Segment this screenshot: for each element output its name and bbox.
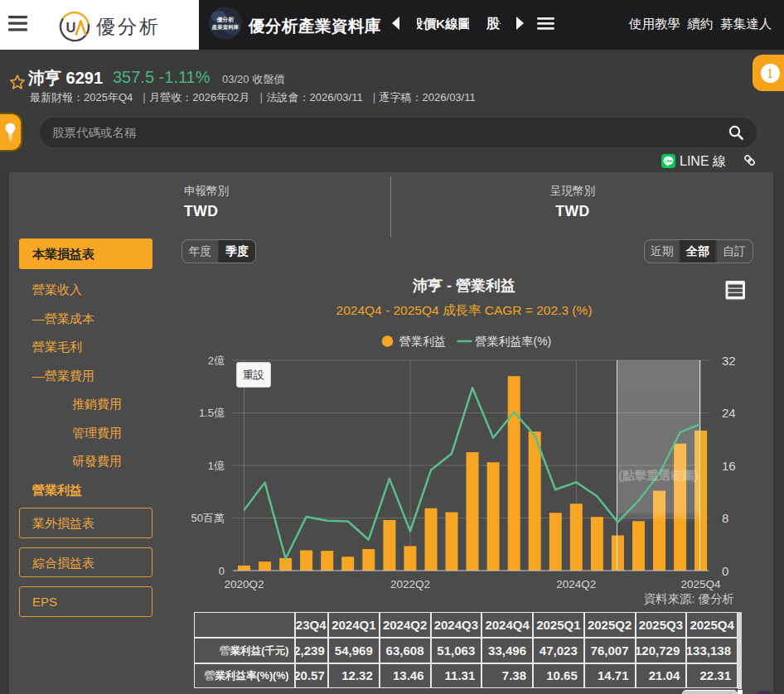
svg-text:LINE: LINE [665, 159, 672, 163]
svg-text:U: U [66, 20, 76, 35]
svg-text:優分析: 優分析 [216, 17, 235, 23]
svg-text:產業資料庫: 產業資料庫 [211, 24, 240, 31]
